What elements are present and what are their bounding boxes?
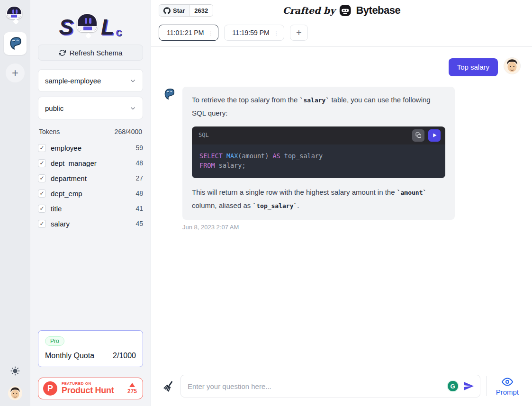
inline-code-salary: `salary` — [300, 97, 330, 104]
chat-messages-area[interactable]: Top salary To retrieve the top salary fr… — [151, 47, 532, 368]
pro-plan-badge: Pro — [45, 336, 64, 346]
connection-postgres-selected[interactable] — [4, 32, 27, 55]
crafted-by-label: Crafted by — [283, 5, 335, 16]
eye-icon — [502, 376, 513, 388]
table-checkbox[interactable]: ✓ — [38, 205, 46, 213]
prompt-button[interactable]: Prompt — [492, 376, 523, 396]
user-face-icon — [504, 58, 520, 74]
user-message-avatar — [504, 57, 521, 74]
tab-conversation-1[interactable]: 11:01:21 PM ⋮ — [159, 25, 218, 41]
tab-label: 11:19:59 PM — [232, 29, 269, 36]
theme-toggle-button[interactable] — [10, 366, 20, 378]
table-checkbox[interactable]: ✓ — [38, 144, 46, 152]
chevron-down-icon — [130, 78, 136, 84]
star-label: Star — [173, 7, 185, 14]
sqlchat-logo: S L c — [38, 4, 143, 38]
question-input[interactable] — [188, 382, 443, 390]
copy-icon — [415, 132, 422, 138]
logo-letter-c: c — [116, 27, 122, 38]
sun-icon — [10, 366, 20, 376]
grammarly-icon[interactable]: G — [448, 381, 458, 391]
table-row-employee: ✓ employee 59 — [38, 140, 143, 155]
table-name: department — [51, 174, 135, 182]
table-checkbox[interactable]: ✓ — [38, 189, 46, 198]
tab-menu-icon[interactable]: ⋮ — [273, 29, 279, 36]
table-checkbox[interactable]: ✓ — [38, 159, 46, 167]
table-name: dept_manager — [51, 159, 135, 167]
postgresql-elephant-icon — [8, 36, 23, 51]
table-row-salary: ✓ salary 45 — [38, 216, 143, 231]
send-icon — [463, 380, 474, 392]
assistant-message-row: To retrieve the top salary from the `sal… — [162, 87, 521, 220]
quota-card: Pro Monthly Quota 2/1000 — [38, 330, 143, 367]
user-message-row: Top salary — [162, 57, 521, 76]
chevron-down-icon — [130, 105, 136, 111]
brand-name: Bytebase — [356, 4, 400, 17]
upvote-triangle-icon — [129, 383, 135, 387]
product-hunt-badge[interactable]: P FEATURED ON Product Hunt 275 — [38, 378, 143, 399]
bytebase-logo-icon — [339, 4, 351, 17]
table-token-count: 45 — [135, 220, 143, 227]
sql-code-block: SQL — [192, 126, 445, 179]
table-checkbox[interactable]: ✓ — [38, 174, 46, 182]
app-rail: + — [0, 0, 30, 406]
table-row-dept-emp: ✓ dept_emp 48 — [38, 186, 143, 201]
table-token-count: 48 — [135, 189, 143, 197]
schema-select-value: public — [45, 104, 63, 112]
assistant-message-bubble: To retrieve the top salary from the `sal… — [182, 87, 455, 220]
ph-vote-count: 275 — [127, 388, 137, 395]
user-message-bubble: Top salary — [449, 58, 498, 76]
tokens-value: 268/4000 — [115, 128, 142, 135]
refresh-schema-button[interactable]: Refresh Schema — [38, 45, 143, 61]
github-icon — [163, 7, 171, 14]
table-name: dept_emp — [51, 189, 135, 198]
tokens-label: Tokens — [39, 128, 60, 135]
sqlchat-bot-avatar[interactable] — [6, 6, 24, 25]
code-language-label: SQL — [198, 130, 209, 140]
table-name: employee — [51, 144, 135, 152]
send-button[interactable] — [463, 380, 474, 392]
tab-menu-icon[interactable]: ⋮ — [207, 29, 213, 36]
ph-upvotes: 275 — [127, 383, 137, 395]
table-name: title — [51, 205, 135, 213]
table-row-dept-manager: ✓ dept_manager 48 — [38, 155, 143, 171]
clear-conversation-broom-icon[interactable] — [162, 380, 175, 392]
crafted-by-brand[interactable]: Crafted by Bytebase — [283, 4, 401, 17]
logo-letter-s: S — [59, 16, 73, 38]
code-block-header: SQL — [192, 126, 445, 144]
user-account-avatar[interactable] — [8, 386, 22, 400]
plus-icon: + — [12, 66, 18, 80]
table-row-title: ✓ title 41 — [38, 201, 143, 216]
footer-divider — [486, 376, 487, 396]
copy-code-button[interactable] — [412, 129, 424, 142]
table-token-count: 41 — [135, 205, 143, 212]
assistant-paragraph-1: To retrieve the top salary from the `sal… — [192, 93, 445, 120]
run-query-button[interactable] — [428, 129, 441, 142]
refresh-schema-label: Refresh Schema — [70, 49, 123, 57]
logo-letter-l: L — [101, 16, 114, 38]
table-checkbox[interactable]: ✓ — [38, 220, 46, 228]
topbar: Star 2632 Crafted by Bytebase — [151, 0, 532, 21]
tokens-summary: Tokens 268/4000 — [39, 128, 142, 135]
user-face-icon — [8, 386, 22, 400]
product-hunt-logo-icon: P — [43, 381, 57, 396]
message-timestamp: Jun 8, 2023 2:07 AM — [182, 224, 521, 231]
add-connection-button[interactable]: + — [6, 63, 25, 82]
new-conversation-button[interactable]: + — [290, 25, 308, 41]
bot-head-icon — [6, 6, 22, 19]
database-select[interactable]: sample-employee — [38, 69, 143, 92]
composer-footer: G Prompt — [151, 368, 532, 406]
quota-value: 2/1000 — [113, 352, 136, 360]
question-input-wrap: G — [180, 375, 480, 397]
github-star-button[interactable]: Star 2632 — [159, 4, 213, 17]
table-row-department: ✓ department 27 — [38, 171, 143, 186]
prompt-label: Prompt — [496, 388, 519, 396]
schema-select[interactable]: public — [38, 97, 143, 119]
tab-conversation-2[interactable]: 11:19:59 PM ⋮ — [224, 25, 284, 41]
quota-label: Monthly Quota — [45, 352, 94, 360]
conversation-tabs: 11:01:21 PM ⋮ 11:19:59 PM ⋮ + — [151, 21, 532, 47]
logo-bot-q-icon — [77, 13, 98, 38]
star-count: 2632 — [189, 5, 213, 16]
inline-code-top-salary: `top_salary` — [252, 202, 297, 209]
table-token-count: 48 — [135, 159, 143, 167]
